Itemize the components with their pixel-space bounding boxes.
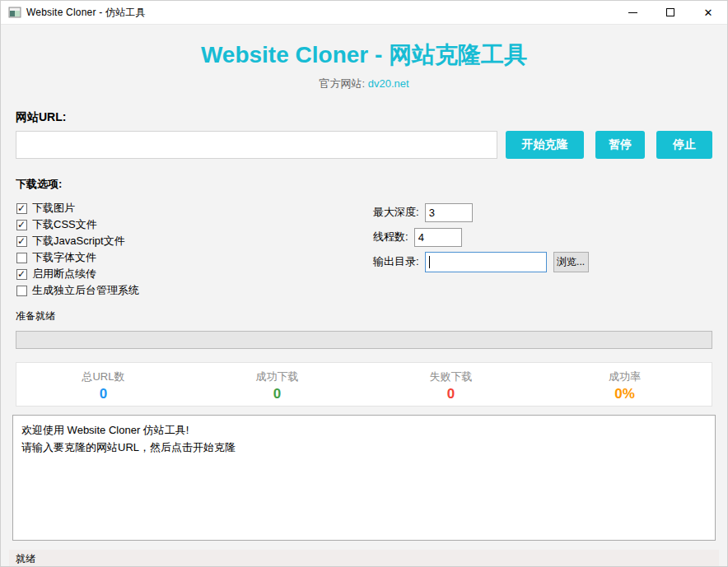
checkbox-icon bbox=[16, 203, 27, 214]
stat-total-urls: 总URL数 0 bbox=[16, 363, 190, 406]
stat-failed-downloads: 失败下载 0 bbox=[364, 363, 538, 406]
stat-value: 0 bbox=[16, 386, 190, 402]
minimize-button[interactable] bbox=[614, 1, 651, 24]
checkbox-download-fonts[interactable]: 下载字体文件 bbox=[16, 249, 373, 266]
checkbox-label: 下载JavaScript文件 bbox=[32, 234, 125, 249]
stat-label: 总URL数 bbox=[16, 369, 190, 384]
title-bar: Website Cloner - 仿站工具 ✕ bbox=[1, 1, 727, 25]
text-caret bbox=[429, 256, 430, 268]
checkbox-download-images[interactable]: 下载图片 bbox=[16, 200, 373, 216]
minimize-icon bbox=[628, 12, 637, 13]
checkbox-download-js[interactable]: 下载JavaScript文件 bbox=[16, 233, 373, 249]
checkbox-download-css[interactable]: 下载CSS文件 bbox=[16, 216, 373, 233]
log-line: 请输入要克隆的网站URL，然后点击开始克隆 bbox=[21, 439, 707, 456]
official-site-link[interactable]: dv20.net bbox=[368, 77, 409, 90]
checkbox-resume-download[interactable]: 启用断点续传 bbox=[16, 266, 373, 282]
stat-value: 0 bbox=[190, 386, 364, 402]
output-dir-input[interactable] bbox=[425, 252, 547, 272]
browse-button[interactable]: 浏览... bbox=[553, 252, 589, 272]
checkbox-label: 下载字体文件 bbox=[32, 250, 96, 265]
window-title: Website Cloner - 仿站工具 bbox=[26, 6, 146, 20]
app-window: Website Cloner - 仿站工具 ✕ Website Cloner -… bbox=[0, 0, 728, 567]
official-site-label: 官方网站: bbox=[319, 77, 365, 90]
threads-input[interactable] bbox=[414, 228, 462, 247]
official-site-line: 官方网站: dv20.net bbox=[16, 77, 712, 91]
checkbox-generate-admin[interactable]: 生成独立后台管理系统 bbox=[16, 282, 373, 299]
checkbox-icon bbox=[16, 269, 27, 280]
stop-button[interactable]: 停止 bbox=[656, 131, 712, 159]
download-options-label: 下载选项: bbox=[16, 177, 712, 192]
checkbox-label: 生成独立后台管理系统 bbox=[32, 283, 139, 298]
checkbox-icon bbox=[16, 220, 27, 230]
url-label: 网站URL: bbox=[16, 110, 712, 125]
stat-label: 成功下载 bbox=[190, 369, 364, 384]
stat-label: 失败下载 bbox=[364, 369, 538, 384]
max-depth-label: 最大深度: bbox=[373, 205, 419, 220]
page-title: Website Cloner - 网站克隆工具 bbox=[16, 42, 712, 68]
stat-value: 0 bbox=[364, 386, 538, 402]
stat-success-downloads: 成功下载 0 bbox=[190, 363, 364, 406]
stat-value: 0% bbox=[538, 386, 712, 402]
stats-panel: 总URL数 0 成功下载 0 失败下载 0 成功率 0% bbox=[16, 362, 712, 407]
checkbox-icon bbox=[16, 236, 27, 247]
stat-success-rate: 成功率 0% bbox=[538, 363, 712, 406]
threads-label: 线程数: bbox=[373, 230, 408, 244]
pause-button[interactable]: 暂停 bbox=[595, 131, 645, 159]
close-icon: ✕ bbox=[704, 7, 713, 18]
max-depth-input[interactable] bbox=[425, 203, 473, 222]
log-line: 欢迎使用 Website Cloner 仿站工具! bbox=[21, 421, 707, 439]
status-bar-text: 就绪 bbox=[16, 552, 35, 566]
checkbox-icon bbox=[16, 286, 27, 296]
log-output[interactable]: 欢迎使用 Website Cloner 仿站工具! 请输入要克隆的网站URL，然… bbox=[12, 415, 716, 541]
progress-status-text: 准备就绪 bbox=[16, 309, 712, 323]
checkbox-label: 启用断点续传 bbox=[32, 267, 96, 281]
status-bar: 就绪 bbox=[9, 550, 719, 567]
start-clone-button[interactable]: 开始克隆 bbox=[506, 131, 584, 159]
stat-label: 成功率 bbox=[538, 369, 712, 384]
checkbox-label: 下载图片 bbox=[32, 201, 75, 216]
close-button[interactable]: ✕ bbox=[689, 1, 727, 24]
checkbox-icon bbox=[16, 253, 27, 263]
maximize-button[interactable] bbox=[651, 1, 689, 24]
app-icon bbox=[8, 6, 21, 19]
checkbox-label: 下载CSS文件 bbox=[32, 217, 97, 232]
maximize-icon bbox=[666, 8, 674, 16]
progress-bar bbox=[16, 331, 712, 349]
output-dir-label: 输出目录: bbox=[373, 254, 419, 269]
website-url-input[interactable] bbox=[16, 131, 497, 159]
